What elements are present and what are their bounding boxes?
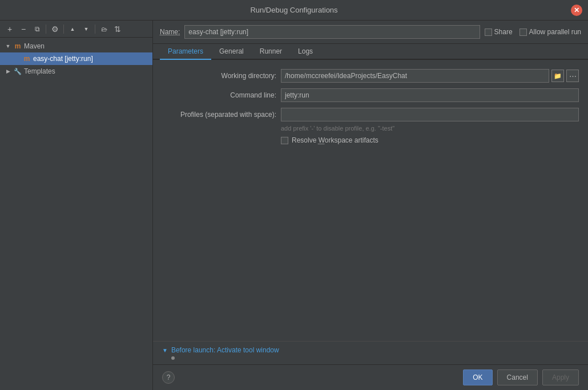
tree-item-templates[interactable]: ▶ 🔧 Templates (0, 65, 152, 78)
left-panel: + − ⧉ ⚙ ▲ ▼ 🗁 ⇅ (0, 21, 153, 390)
close-button[interactable]: ✕ (571, 5, 582, 16)
before-launch-section: ▼ Before launch: Activate tool window (153, 341, 588, 364)
toolbar-separator (46, 25, 46, 34)
resolve-workspace-row: Resolve Workspace artifacts (162, 136, 579, 144)
share-area: Share Allow parallel run (485, 28, 581, 36)
tabs-row: Parameters General Runner Logs (153, 44, 588, 60)
copy-config-button[interactable]: ⧉ (31, 23, 43, 35)
profiles-row: Profiles (separated with space): (162, 108, 579, 121)
tab-parameters[interactable]: Parameters (160, 44, 211, 60)
parallel-run-label: Allow parallel run (529, 28, 581, 36)
config-tree[interactable]: ▼ m Maven ▶ m easy-chat [jetty:run] ▶ 🔧 … (0, 38, 152, 390)
folder-button[interactable]: 🗁 (98, 23, 110, 35)
profiles-wrap (281, 108, 579, 121)
cancel-button[interactable]: Cancel (497, 369, 538, 385)
bottom-right: OK Cancel Apply (463, 369, 579, 385)
command-line-wrap (281, 88, 579, 102)
before-launch-arrow[interactable]: ▼ (162, 347, 168, 354)
toolbar: + − ⧉ ⚙ ▲ ▼ 🗁 ⇅ (0, 21, 152, 38)
settings-button[interactable]: ⚙ (49, 23, 61, 35)
working-directory-label: Working directory: (162, 72, 276, 80)
remove-config-button[interactable]: − (17, 23, 30, 35)
share-checkbox[interactable] (485, 29, 492, 36)
title-bar: Run/Debug Configurations ✕ (0, 0, 588, 21)
profiles-hint: add prefix '-' to disable profile, e.g. … (162, 125, 579, 132)
templates-icon: 🔧 (14, 68, 22, 75)
before-launch-header: ▼ Before launch: Activate tool window (162, 346, 579, 354)
folder-icon: 📁 (554, 72, 562, 80)
tab-logs[interactable]: Logs (290, 44, 321, 60)
working-directory-row: Working directory: 📁 ⋯ (162, 69, 579, 83)
working-directory-browse-button[interactable]: ⋯ (566, 70, 579, 82)
maven-group-icon: m (14, 42, 22, 50)
parallel-run-checkbox[interactable] (519, 29, 527, 36)
working-directory-input[interactable] (281, 69, 549, 83)
toolbar-separator-2 (63, 25, 64, 34)
tree-item-easychat[interactable]: ▶ m easy-chat [jetty:run] (0, 52, 152, 65)
working-directory-folder-button[interactable]: 📁 (551, 70, 564, 82)
name-label: Name: (160, 28, 180, 36)
before-launch-title[interactable]: Before launch: Activate tool window (171, 346, 279, 354)
expand-arrow-maven: ▼ (5, 43, 11, 50)
maven-group-label: Maven (24, 42, 45, 50)
bottom-left: ? (162, 371, 175, 384)
profiles-label: Profiles (separated with space): (162, 111, 276, 119)
run-config-icon: m (23, 55, 31, 63)
help-button[interactable]: ? (162, 371, 175, 384)
resolve-workspace-label: Resolve Workspace artifacts (292, 136, 378, 144)
move-down-button[interactable]: ▼ (80, 23, 92, 35)
tab-runner[interactable]: Runner (252, 44, 290, 60)
command-line-row: Command line: (162, 88, 579, 102)
move-up-button[interactable]: ▲ (66, 23, 79, 35)
tab-general[interactable]: General (211, 44, 252, 60)
apply-button[interactable]: Apply (542, 369, 579, 385)
main-layout: + − ⧉ ⚙ ▲ ▼ 🗁 ⇅ (0, 21, 588, 390)
working-directory-wrap: 📁 ⋯ (281, 69, 579, 83)
add-config-button[interactable]: + (3, 23, 16, 35)
browse-icon: ⋯ (569, 72, 577, 80)
tree-item-maven-group[interactable]: ▼ m Maven (0, 40, 152, 52)
right-panel: Name: Share Allow parallel run Parameter… (153, 21, 588, 390)
easychat-label: easy-chat [jetty:run] (33, 55, 93, 63)
toolbar-separator-3 (95, 25, 95, 34)
profiles-input[interactable] (281, 108, 579, 121)
share-label: Share (494, 28, 513, 36)
dialog-title: Run/Debug Configurations (250, 6, 337, 14)
expand-arrow-templates: ▶ (5, 68, 11, 75)
name-row: Name: Share Allow parallel run (153, 21, 588, 44)
before-launch-item (162, 356, 579, 360)
sort-button[interactable]: ⇅ (111, 23, 124, 35)
resolve-workspace-checkbox[interactable] (281, 137, 288, 144)
name-input[interactable] (184, 25, 480, 39)
bottom-bar: ? OK Cancel Apply (153, 364, 588, 390)
command-line-label: Command line: (162, 91, 276, 99)
parameters-content: Working directory: 📁 ⋯ Command line: (153, 60, 588, 341)
command-line-input[interactable] (281, 88, 579, 102)
before-launch-dot (171, 356, 175, 360)
ok-button[interactable]: OK (463, 369, 492, 385)
templates-label: Templates (24, 67, 55, 75)
